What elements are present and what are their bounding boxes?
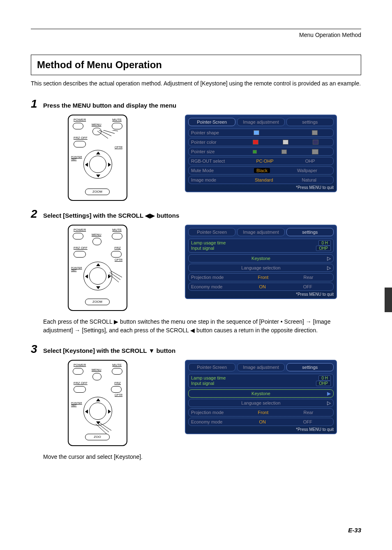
opt-ohp: OHP [305,159,315,163]
osd-tabs: Pointer·Screen Image adjustment settings [188,228,334,236]
step-2-heading: 2 Select [Settings] with the SCROLL ◀▶ b… [31,207,361,221]
right-arrow-icon [108,163,111,167]
power-button [73,368,83,375]
up-arrow-icon [96,398,100,401]
opt-rear: Rear [304,410,314,415]
step-3-body: Move the cursor and select [Keystone]. [43,453,361,461]
osd-quit-hint: *Press MENU to quit [188,292,334,297]
info-input-value: OHP [316,246,331,251]
tab-settings: settings [286,363,334,371]
frzoff-button [74,141,86,147]
row-label: Pointer color [191,140,240,145]
row-label: RGB-OUT select [191,159,240,163]
menu-button [92,373,101,380]
row-projection-mode: Projection mode FrontRear [188,273,334,281]
opt-pc-ohp: PC·OHP [256,159,273,163]
osd-info-box: Lamp usage time0 H Input signalOHP [188,374,334,388]
highlight-arrows-icon [92,422,116,443]
opt-rear: Rear [304,275,314,280]
menu-label: MENU [92,368,101,372]
row-label: Economy mode [191,284,240,289]
shape-opt-icon [312,130,318,135]
osd-tabs: Pointer·Screen Image adjustment settings [188,363,334,371]
zoom-button: ZOOM [85,299,110,305]
chevron-right-icon: ▷ [327,265,331,271]
info-lamp-value: 0 H [318,375,331,381]
header-rule [31,29,361,29]
frz-label: FRZ [114,381,121,385]
left-arrow-icon [85,410,88,414]
row-mute-mode: Mute Mode BlackWallpaper [188,166,334,175]
pointer-label: POINTER/SET [71,156,82,161]
menu-label: MENU [92,123,101,127]
row-label: Projection mode [191,410,240,415]
page-edge-tab [385,288,392,312]
mute-label: MUTE [112,118,122,122]
row-pointer-color: Pointer color [188,138,334,146]
step-number: 2 [31,207,43,221]
tab-pointer-screen: Pointer·Screen [188,228,235,236]
cptr-label: CPTR [115,258,122,261]
highlight-arrows-icon [88,130,125,147]
frzoff-label: FRZ OFF [74,136,88,140]
power-label: POWER [74,228,86,232]
step-3-heading: 3 Select [Keystone] with the SCROLL ▼ bu… [31,343,361,356]
size-sm-icon [253,150,257,154]
btn-keystone-selected: Keystone▶ [188,389,334,398]
up-arrow-icon [96,152,100,154]
remote-diagram: POWER MUTE MENU FRZ OFF FRZ CPTR POINTER… [68,225,127,311]
header-text: Menu Operation Method [31,32,361,38]
step-title: Select [Keystone] with the SCROLL ▼ butt… [43,347,175,354]
power-button [73,233,83,239]
pointer-label: POINTER/SET [71,267,82,272]
osd-tabs: Pointer·Screen Image adjustment settings [188,118,334,126]
power-button [73,123,83,129]
color-icon [283,140,288,145]
opt-off: OFF [303,284,312,289]
right-arrow-icon [108,410,111,414]
highlight-arrows-icon [106,271,127,291]
chevron-right-icon: ▷ [327,400,331,406]
pointer-label: POINTER/SET [71,402,82,407]
step-number: 3 [31,343,43,356]
step-1-content: POWER MUTE MENU FRZ OFF CPTR POINTER/SET… [68,115,361,201]
opt-natural: Natural [302,177,316,182]
opt-off: OFF [303,419,312,424]
opt-standard: Standard [255,177,273,182]
btn-keystone: Keystone▷ [188,254,334,262]
left-arrow-icon [85,274,88,278]
step-title: Select [Settings] with the SCROLL ◀▶ but… [43,212,179,219]
menu-button [92,238,101,245]
frz-button [111,251,122,258]
frzoff-label: FRZ OFF [74,381,88,385]
shape-opt-icon [254,130,259,135]
left-arrow-icon [85,163,88,167]
frzoff-button [74,251,86,258]
opt-on: ON [259,284,266,289]
row-label: Pointer shape [191,130,240,135]
row-image-mode: Image mode StandardNatural [188,176,334,184]
intro-text: This section describes the actual operat… [31,79,361,87]
cptr-label: CPTR [115,394,122,396]
zoom-button: ZOOM [85,189,110,195]
color-blue-icon [313,140,318,145]
row-label: Projection mode [191,275,240,280]
step-title: Press the MENU button and display the me… [43,102,176,109]
info-input-value: OHP [316,381,331,386]
tab-pointer-screen: Pointer·Screen [188,363,235,371]
menu-label: MENU [92,233,101,237]
opt-wallpaper: Wallpaper [297,168,317,173]
scroll-inner [89,403,106,420]
opt-on: ON [259,419,266,424]
frzoff-button [74,386,86,393]
osd-quit-hint: *Press MENU to quit [188,185,334,190]
osd-menu-1: Pointer·Screen Image adjustment settings… [185,115,337,192]
mute-button [112,123,122,129]
row-pointer-size: Pointer size [188,147,334,156]
btn-language: Language selection▷ [188,264,334,272]
remote-diagram: POWER MUTE MENU FRZ OFF FRZ CPTR POINTER… [68,360,127,446]
mute-button [112,368,122,375]
size-lg-icon [312,149,318,154]
osd-quit-hint: *Press MENU to quit [188,427,334,432]
step-2-body: Each press of the SCROLL ▶ button switch… [43,318,361,334]
